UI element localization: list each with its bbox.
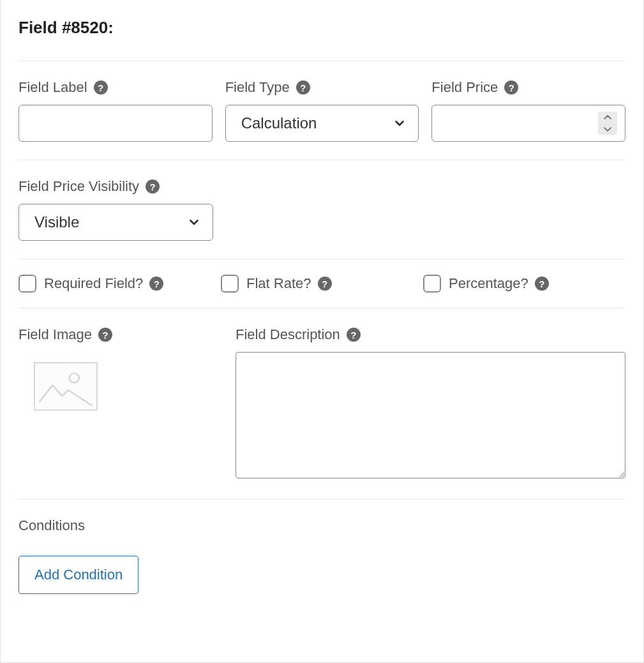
- field-editor-panel: Field #8520: Field Label ? Field Type ? …: [0, 0, 644, 663]
- help-icon[interactable]: ?: [149, 277, 163, 291]
- flat-rate-group: Flat Rate? ?: [221, 275, 423, 293]
- required-field-label: Required Field? ?: [44, 275, 163, 292]
- row-image-description: Field Image ? Field Description ?: [19, 309, 625, 499]
- field-price-caption: Field Price ?: [431, 79, 625, 96]
- conditions-label: Conditions: [19, 517, 625, 534]
- percentage-group: Percentage? ?: [423, 275, 625, 293]
- add-condition-button[interactable]: Add Condition: [19, 556, 139, 594]
- field-visibility-group: Field Price Visibility ? Visible: [19, 178, 213, 241]
- field-type-caption: Field Type ?: [225, 79, 419, 96]
- help-icon[interactable]: ?: [504, 80, 518, 95]
- field-description-text: Field Description: [236, 326, 340, 343]
- flat-rate-label: Flat Rate? ?: [246, 275, 332, 292]
- percentage-checkbox[interactable]: [423, 275, 441, 293]
- required-field-text: Required Field?: [44, 275, 143, 292]
- field-type-group: Field Type ? Calculation: [225, 79, 419, 142]
- required-field-checkbox[interactable]: [19, 275, 36, 293]
- percentage-text: Percentage?: [449, 275, 528, 292]
- flat-rate-text: Flat Rate?: [246, 275, 311, 292]
- help-icon[interactable]: ?: [146, 179, 160, 194]
- help-icon[interactable]: ?: [296, 80, 310, 95]
- field-label-caption: Field Label ?: [19, 79, 213, 96]
- help-icon[interactable]: ?: [347, 328, 361, 342]
- field-image-text: Field Image: [19, 326, 92, 343]
- svg-point-0: [70, 373, 79, 383]
- help-icon[interactable]: ?: [98, 328, 112, 342]
- required-field-group: Required Field? ?: [19, 275, 221, 293]
- field-description-textarea[interactable]: [236, 352, 625, 478]
- field-type-text: Field Type: [225, 79, 290, 96]
- field-image-placeholder[interactable]: [34, 362, 98, 411]
- row-basic-fields: Field Label ? Field Type ? Calculation F…: [19, 61, 625, 160]
- percentage-label: Percentage? ?: [449, 275, 549, 292]
- field-label-input[interactable]: [19, 105, 213, 142]
- field-label-text: Field Label: [19, 79, 87, 96]
- field-description-caption: Field Description ?: [236, 326, 625, 343]
- image-placeholder-icon: [35, 363, 96, 409]
- stepper-up-button[interactable]: [598, 112, 617, 123]
- field-type-value: Calculation: [241, 114, 317, 132]
- stepper-down-button[interactable]: [598, 123, 617, 135]
- field-visibility-text: Field Price Visibility: [19, 178, 139, 195]
- row-checkboxes: Required Field? ? Flat Rate? ? Percentag…: [19, 259, 625, 308]
- number-stepper: [598, 112, 617, 135]
- flat-rate-checkbox[interactable]: [221, 275, 239, 293]
- field-price-group: Field Price ?: [431, 79, 625, 142]
- field-image-group: Field Image ?: [19, 326, 223, 481]
- field-description-group: Field Description ?: [236, 326, 625, 481]
- field-price-text: Field Price: [431, 79, 498, 96]
- field-visibility-value: Visible: [34, 213, 79, 231]
- field-price-input[interactable]: [431, 105, 625, 142]
- field-visibility-select[interactable]: Visible: [19, 204, 213, 241]
- field-label-group: Field Label ?: [19, 79, 213, 142]
- panel-title: Field #8520:: [19, 18, 625, 38]
- help-icon[interactable]: ?: [318, 277, 332, 291]
- field-type-select[interactable]: Calculation: [225, 105, 419, 142]
- help-icon[interactable]: ?: [535, 277, 549, 291]
- field-visibility-caption: Field Price Visibility ?: [19, 178, 213, 195]
- row-visibility: Field Price Visibility ? Visible: [19, 160, 625, 259]
- help-icon[interactable]: ?: [94, 80, 108, 95]
- field-image-caption: Field Image ?: [19, 326, 223, 343]
- chevron-down-icon: [393, 116, 407, 130]
- chevron-down-icon: [187, 215, 201, 229]
- divider: [19, 499, 625, 499]
